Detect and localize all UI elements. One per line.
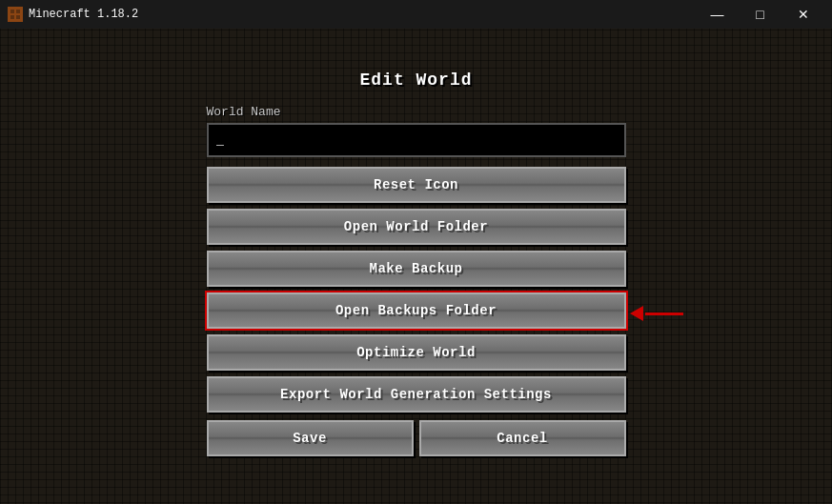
app-icon	[8, 7, 23, 22]
save-cancel-row: Save Cancel	[207, 420, 626, 462]
close-button[interactable]: ✕	[781, 0, 824, 29]
open-world-folder-wrapper: Open World Folder	[207, 209, 626, 251]
titlebar-controls: — □ ✕	[696, 0, 824, 29]
titlebar-title: Minecraft 1.18.2	[29, 8, 696, 21]
maximize-button[interactable]: □	[739, 0, 781, 29]
arrow-indicator	[630, 306, 683, 321]
svg-rect-3	[10, 15, 14, 19]
svg-rect-2	[16, 10, 20, 13]
minimize-button[interactable]: —	[696, 0, 739, 29]
open-backups-folder-button[interactable]: Open Backups Folder	[207, 292, 626, 329]
svg-rect-4	[16, 15, 20, 19]
reset-icon-wrapper: Reset Icon	[207, 167, 626, 209]
save-button[interactable]: Save	[207, 420, 414, 456]
dialog: Edit World World Name Reset Icon Open Wo…	[0, 29, 832, 504]
world-name-input[interactable]	[207, 123, 626, 157]
arrow-line	[645, 312, 683, 315]
make-backup-wrapper: Make Backup	[207, 251, 626, 292]
export-world-gen-wrapper: Export World Generation Settings	[207, 376, 626, 418]
cancel-button[interactable]: Cancel	[419, 420, 626, 456]
world-name-label: World Name	[207, 105, 281, 119]
svg-rect-1	[10, 10, 14, 13]
reset-icon-button[interactable]: Reset Icon	[207, 167, 626, 203]
arrow-head	[630, 306, 643, 321]
titlebar: Minecraft 1.18.2 — □ ✕	[0, 0, 832, 29]
optimize-world-button[interactable]: Optimize World	[207, 334, 626, 371]
export-world-gen-button[interactable]: Export World Generation Settings	[207, 376, 626, 413]
make-backup-button[interactable]: Make Backup	[207, 251, 626, 287]
open-world-folder-button[interactable]: Open World Folder	[207, 209, 626, 245]
optimize-world-wrapper: Optimize World	[207, 334, 626, 376]
dialog-title: Edit World	[359, 71, 472, 90]
open-backups-folder-wrapper: Open Backups Folder	[207, 292, 626, 334]
dialog-content: Edit World World Name Reset Icon Open Wo…	[207, 71, 626, 462]
